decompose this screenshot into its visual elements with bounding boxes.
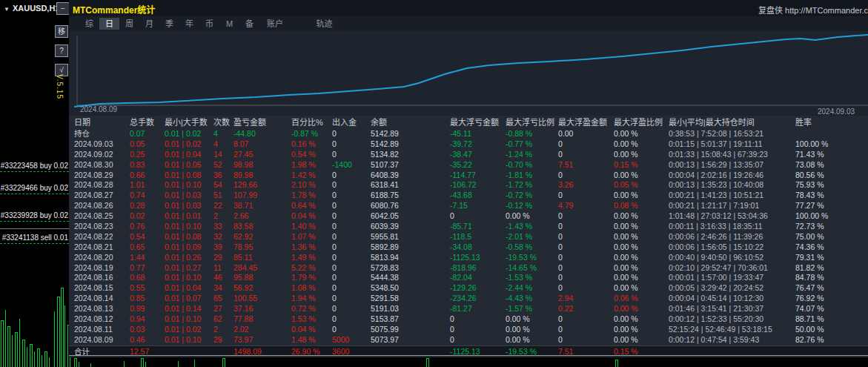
- table-cell: 0.01 | 0.27: [165, 263, 213, 274]
- table-cell: 0.94: [130, 314, 165, 325]
- candle-bar: [64, 305, 65, 367]
- table-cell: 0.01 | 0.14: [165, 304, 213, 314]
- table-row[interactable]: 2024.08.300.830.01 | 0.055298.981.98 %-1…: [69, 160, 868, 171]
- table-total-row[interactable]: 合计12.571498.0926.90 %3600-1125.13-19.53 …: [69, 345, 868, 356]
- menu-item-综[interactable]: 综: [79, 18, 99, 30]
- table-row[interactable]: 2024.08.250.020.01 | 0.0122.660.04 %0604…: [69, 211, 868, 222]
- trade-order-label[interactable]: #33223458 buy 0.02: [0, 162, 69, 172]
- candle-bar: [19, 319, 20, 367]
- table-cell: 50.00 %: [795, 325, 868, 335]
- table-cell: 26.90 %: [291, 346, 332, 355]
- candle-bar: [7, 326, 10, 367]
- table-cell: 0.00 %: [614, 273, 669, 283]
- trade-order-label[interactable]: #33241138 sell 0.01: [0, 234, 69, 244]
- menu-item-M[interactable]: M: [219, 18, 239, 30]
- table-cell: 0:01:46 | 3:15:41 | 21:30:37: [669, 304, 795, 314]
- trade-order-label[interactable]: #33229466 buy 0.02: [0, 184, 69, 194]
- table-cell: 8.07: [233, 139, 291, 150]
- table-cell: 1:01:48 | 27:03:12 | 53:04:36: [669, 211, 795, 222]
- version-label: V.5.15: [56, 74, 64, 99]
- table-row[interactable]: 2024.08.150.550.01 | 0.043456.921.08 %05…: [69, 283, 868, 294]
- table-row[interactable]: 2024.09.030.050.01 | 0.0248.070.16 %0514…: [69, 139, 868, 150]
- table-row[interactable]: 2024.08.270.740.01 | 0.0351107.991.78 %0…: [69, 191, 868, 201]
- menu-item-日[interactable]: 日: [99, 18, 119, 30]
- dropdown-arrow-icon[interactable]: ▼: [4, 6, 10, 13]
- table-row[interactable]: 2024.08.281.010.01 | 0.1054129.662.10 %0…: [69, 180, 868, 191]
- table-cell: -1.43 %: [506, 222, 558, 232]
- move-button[interactable]: 移: [55, 25, 68, 38]
- table-row[interactable]: 2024.08.220.540.01 | 0.083262.921.07 %05…: [69, 232, 868, 242]
- table-row[interactable]: 持仓0.070.01 | 0.024-44.80-0.87 %05142.89-…: [69, 129, 868, 139]
- table-cell: 1498.09: [233, 346, 291, 355]
- table-cell: 0.99: [130, 304, 165, 314]
- table-cell: 0: [332, 253, 371, 263]
- table-row[interactable]: 2024.08.160.680.01 | 0.104695.881.79 %05…: [69, 273, 868, 283]
- table-cell: 4.79: [558, 201, 614, 211]
- table-cell: 52: [213, 160, 233, 171]
- table-row[interactable]: 2024.08.120.940.01 | 0.106277.881.53 %05…: [69, 314, 868, 325]
- panel-title-bar[interactable]: MTCommander统计 复盘侠 http://MTCommander.c: [69, 0, 868, 16]
- table-cell: 0.07: [130, 129, 165, 139]
- menu-item-季[interactable]: 季: [159, 18, 179, 30]
- table-cell: 78.95: [233, 242, 291, 253]
- column-header: 出入金: [332, 116, 371, 129]
- menu-item-币[interactable]: 币: [199, 18, 219, 30]
- table-cell: -1400: [332, 160, 371, 171]
- table-row[interactable]: 2024.08.290.660.01 | 0.083689.981.42 %06…: [69, 171, 868, 181]
- website-link[interactable]: 复盘侠 http://MTCommander.c: [758, 4, 868, 16]
- table-cell: 0:00:06 | 1:56:05 | 15:10:22: [669, 242, 795, 253]
- table-cell: -19.53 %: [506, 346, 558, 355]
- table-cell: 5075.99: [371, 325, 450, 335]
- table-row[interactable]: 2024.08.210.650.01 | 0.093978.951.36 %05…: [69, 242, 868, 253]
- column-header: 百分比%: [291, 116, 332, 129]
- table-cell: -7.15: [450, 201, 506, 211]
- table-cell: 1.98 %: [291, 160, 332, 171]
- table-row[interactable]: 2024.08.260.280.01 | 0.032238.710.64 %06…: [69, 201, 868, 211]
- table-cell: 0: [332, 242, 371, 253]
- trade-order-label[interactable]: #33239928 buy 0.02: [0, 211, 69, 222]
- table-cell: -234.26: [450, 294, 506, 304]
- table-cell: 0:00:21 | 1:41:23 | 10:51:21: [669, 191, 795, 201]
- table-row[interactable]: 2024.08.090.460.01 | 0.102973.971.48 %50…: [69, 335, 868, 345]
- table-cell: 0.01 | 0.10: [165, 180, 213, 191]
- table-cell: 77.27 %: [795, 201, 868, 211]
- menu-item-月[interactable]: 月: [139, 18, 159, 30]
- menu-item-周[interactable]: 周: [119, 18, 139, 30]
- table-cell: 5142.89: [371, 129, 450, 139]
- table-row[interactable]: 2024.09.020.250.01 | 0.041427.450.54 %05…: [69, 150, 868, 160]
- table-cell: 89.98: [233, 171, 291, 181]
- table-cell: 3600: [332, 346, 371, 355]
- table-cell: 4: [213, 129, 233, 139]
- table-cell: 2024.08.29: [74, 171, 130, 181]
- column-header: 最大浮盈比例: [614, 116, 669, 129]
- table-cell: 2024.08.16: [74, 273, 130, 283]
- menu-item-账户[interactable]: 账户: [259, 18, 291, 30]
- table-cell: 7.51: [558, 346, 614, 355]
- table-cell: 0.83: [130, 160, 165, 171]
- table-cell: 0.00 %: [614, 222, 669, 232]
- table-cell: 0: [332, 325, 371, 335]
- table-cell: 0.00 %: [614, 325, 669, 335]
- table-cell: 0.28: [130, 201, 165, 211]
- table-row[interactable]: 2024.08.190.770.01 | 0.2711284.455.22 %0…: [69, 263, 868, 274]
- table-cell: 0.01 | 0.08: [165, 171, 213, 181]
- table-cell: 37.16: [233, 304, 291, 314]
- table-row[interactable]: 2024.08.230.760.01 | 0.103383.581.40 %06…: [69, 222, 868, 232]
- column-header: 胜率: [795, 116, 868, 129]
- menu-item-年[interactable]: 年: [179, 18, 199, 30]
- table-row[interactable]: 2024.08.201.440.01 | 0.262985.111.49 %05…: [69, 253, 868, 263]
- mtcommander-panel: MTCommander统计 复盘侠 http://MTCommander.c 综…: [69, 0, 868, 357]
- table-cell: 6408.39: [371, 171, 450, 181]
- table-cell: 0: [558, 263, 614, 274]
- table-cell: 22: [213, 201, 233, 211]
- minimize-button[interactable]: −: [56, 2, 70, 15]
- table-cell: 2: [213, 325, 233, 335]
- table-row[interactable]: 2024.08.140.850.01 | 0.0765100.551.94 %0…: [69, 294, 868, 304]
- table-row[interactable]: 2024.08.130.990.01 | 0.142737.160.72 %05…: [69, 304, 868, 314]
- table-cell: 2024.08.09: [74, 335, 130, 345]
- equity-chart: 2024.08.09 2024.09.03: [69, 31, 868, 116]
- menu-item-轨迹[interactable]: 轨迹: [314, 18, 334, 30]
- table-row[interactable]: 2024.08.110.030.01 | 0.0222.020.04 %0507…: [69, 325, 868, 335]
- help-button[interactable]: ?: [55, 44, 68, 57]
- menu-item-备[interactable]: 备: [239, 18, 259, 30]
